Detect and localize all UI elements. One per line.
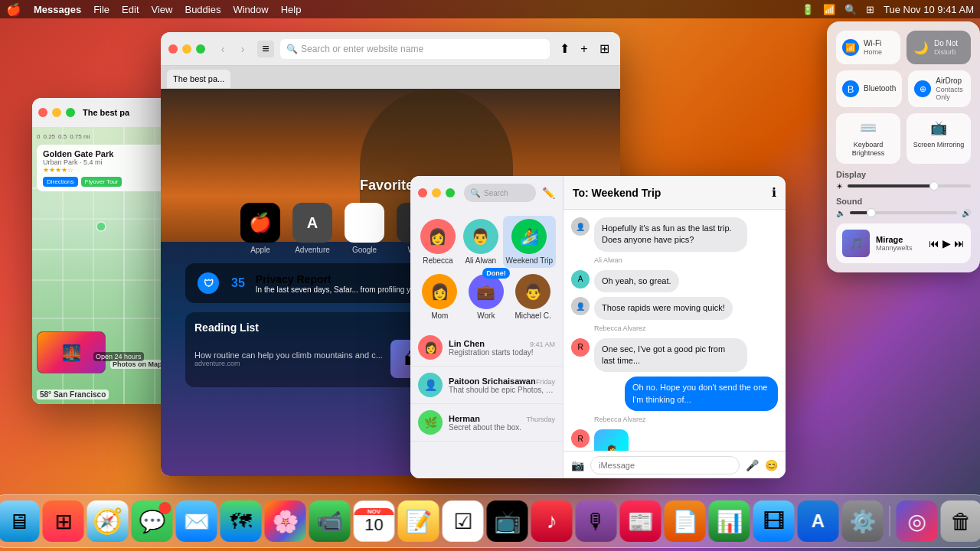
fav-adventure[interactable]: A Adventure	[292, 203, 332, 254]
directions-button[interactable]: Directions	[43, 177, 78, 187]
dock-mail-icon[interactable]: ✉️	[176, 500, 217, 542]
bubble-avatar-1: 👤	[571, 217, 590, 236]
dock-maps-icon[interactable]: 🗺	[220, 500, 262, 542]
conv-lin-chen[interactable]: 👩 Lin Chen 9:41 AM Registration starts t…	[410, 329, 563, 367]
safari-minimize-button[interactable]	[182, 44, 191, 54]
dock-facetime-icon[interactable]: 📹	[309, 500, 351, 542]
emoji-icon[interactable]: 😊	[765, 459, 778, 471]
menu-file[interactable]: File	[93, 4, 109, 15]
cc-keyboard-tile[interactable]: ⌨️ Keyboard Brightness	[836, 113, 900, 164]
cc-screen-mirroring-tile[interactable]: 📺 Screen Mirroring	[906, 113, 971, 164]
messages-detail-info-button[interactable]: ℹ	[772, 185, 776, 200]
dock-numbers-icon[interactable]: 📊	[709, 500, 750, 542]
messages-maximize-button[interactable]	[446, 188, 455, 197]
dock-calendar-icon[interactable]: NOV 10	[354, 500, 395, 542]
display-slider[interactable]	[848, 184, 971, 187]
appletv-dock-icon: 📺	[494, 509, 521, 534]
safari-back-button[interactable]: ‹	[214, 41, 231, 57]
pinned-ali[interactable]: 👨 Ali Alwan	[460, 216, 501, 268]
dock-music-icon[interactable]: ♪	[531, 500, 573, 542]
paitoon-avatar: 👤	[418, 373, 443, 397]
pinned-michael[interactable]: 👨 Michael C.	[511, 271, 554, 323]
dock-siri-icon[interactable]: ◎	[897, 500, 938, 542]
dock-finder-icon[interactable]: 🖥	[0, 500, 40, 542]
cc-dnd-tile[interactable]: 🌙 Do Not Disturb	[906, 31, 971, 64]
fav-adventure-icon: A	[292, 203, 332, 243]
reading-item-text: How routine can help you climb mountains…	[194, 350, 383, 367]
conv-herman[interactable]: 🌿 Herman Thursday Secret about the box.	[410, 404, 563, 442]
cc-display-row: ⌨️ Keyboard Brightness 📺 Screen Mirrorin…	[836, 113, 971, 164]
menu-help[interactable]: Help	[281, 4, 302, 15]
pinned-work[interactable]: 💼 Done! Work	[466, 271, 507, 323]
sound-slider-knob[interactable]	[867, 208, 876, 217]
cc-wifi-tile[interactable]: 📶 Wi-Fi Home	[836, 31, 900, 64]
dock-podcasts-icon[interactable]: 🎙	[576, 500, 617, 542]
messages-minimize-button[interactable]	[432, 188, 441, 197]
pinned-weekend-trip[interactable]: 🏄 Weekend Trip	[503, 216, 557, 268]
message-list: 👩 Lin Chen 9:41 AM Registration starts t…	[410, 329, 563, 478]
search-icon[interactable]: 🔍	[844, 4, 857, 15]
menu-view[interactable]: View	[152, 4, 173, 15]
dock-appstore-icon[interactable]: A	[798, 500, 839, 542]
sound-slider[interactable]	[850, 211, 957, 214]
menu-edit[interactable]: Edit	[122, 4, 139, 15]
compose-button[interactable]: ✏️	[542, 187, 555, 199]
safari-forward-button[interactable]: ›	[234, 41, 251, 57]
display-slider-knob[interactable]	[929, 181, 939, 191]
voice-icon[interactable]: 🎤	[746, 459, 759, 471]
numbers-dock-icon: 📊	[716, 509, 743, 534]
safari-address-bar[interactable]: 🔍 Search or enter website name	[280, 39, 550, 59]
dock-photos-icon[interactable]: 🌸	[265, 500, 306, 542]
cc-network-row: 📶 Wi-Fi Home 🌙 Do Not Disturb	[836, 31, 971, 64]
dock-trash-icon[interactable]: 🗑	[941, 500, 981, 542]
pinned-row-1: 👩 Rebecca 👨 Ali Alwan 🏄 Weekend Trip	[416, 216, 557, 268]
safari-share-button[interactable]: ⬆	[556, 41, 573, 57]
message-input-field[interactable]	[590, 456, 740, 474]
wifi-icon[interactable]: 📶	[823, 4, 835, 15]
cc-bt-row: B Bluetooth ⊕ AirDrop Contacts Only	[836, 70, 971, 107]
menu-buddies[interactable]: Buddies	[185, 4, 220, 15]
safari-tab-1[interactable]: The best pa...	[167, 70, 230, 88]
safari-sidebar-button[interactable]: ≡	[257, 41, 274, 57]
scale-5: 0.5	[58, 133, 67, 140]
pinned-rebecca[interactable]: 👩 Rebecca	[417, 216, 459, 268]
menu-app-name[interactable]: Messages	[34, 4, 81, 15]
control-center-icon[interactable]: ⊞	[866, 4, 874, 15]
safari-maximize-button[interactable]	[196, 44, 205, 54]
menu-window[interactable]: Window	[233, 4, 268, 15]
apple-menu[interactable]: 🍎	[6, 2, 21, 17]
safari-newtab-button[interactable]: +	[576, 41, 593, 57]
photo-message[interactable]: 🚣	[594, 429, 629, 451]
cc-bluetooth-tile[interactable]: B Bluetooth	[836, 70, 902, 107]
dock-keynote-icon[interactable]: 🎞	[753, 500, 795, 542]
play-pause-button[interactable]: ▶	[942, 237, 951, 249]
conv-paitoon[interactable]: 👤 Paitoon Srichaisawan Friday That shoul…	[410, 367, 563, 404]
cc-airdrop-tile[interactable]: ⊕ AirDrop Contacts Only	[908, 70, 971, 107]
maps-maximize-button[interactable]	[66, 108, 75, 117]
maps-close-button[interactable]	[38, 108, 47, 117]
menubar-left: 🍎 Messages File Edit View Buddies Window…	[6, 2, 301, 17]
dock-reminders-icon[interactable]: ☑	[443, 500, 484, 542]
dock-safari-icon[interactable]: 🧭	[87, 500, 129, 542]
dock-systemprefs-icon[interactable]: ⚙️	[842, 500, 884, 542]
flyover-button[interactable]: Flyover Tour	[81, 177, 122, 187]
wifi-tile-icon: 📶	[842, 39, 859, 56]
dock-appletv-icon[interactable]: 📺	[487, 500, 528, 542]
camera-icon[interactable]: 📷	[571, 459, 584, 471]
dock-pages-icon[interactable]: 📄	[665, 500, 706, 542]
dock-news-icon[interactable]: 📰	[620, 500, 662, 542]
messages-search-input[interactable]: 🔍 Search	[464, 184, 536, 202]
privacy-report-desc: In the last seven days, Safar... from pr…	[256, 285, 421, 294]
dock-launchpad-icon[interactable]: ⊞	[43, 500, 84, 542]
safari-gridview-button[interactable]: ⊞	[596, 41, 612, 57]
fav-apple[interactable]: 🍎 Apple	[240, 203, 280, 254]
maps-minimize-button[interactable]	[52, 108, 61, 117]
messages-close-button[interactable]	[418, 188, 427, 197]
fav-google[interactable]: G Google	[345, 203, 384, 254]
next-track-button[interactable]: ⏭	[954, 237, 965, 249]
safari-close-button[interactable]	[168, 44, 178, 54]
dock-messages-icon[interactable]: 💬	[132, 500, 173, 542]
dock-notes-icon[interactable]: 📝	[398, 500, 439, 542]
pinned-mom[interactable]: 👩 Mom	[419, 271, 460, 323]
prev-track-button[interactable]: ⏮	[929, 237, 939, 249]
